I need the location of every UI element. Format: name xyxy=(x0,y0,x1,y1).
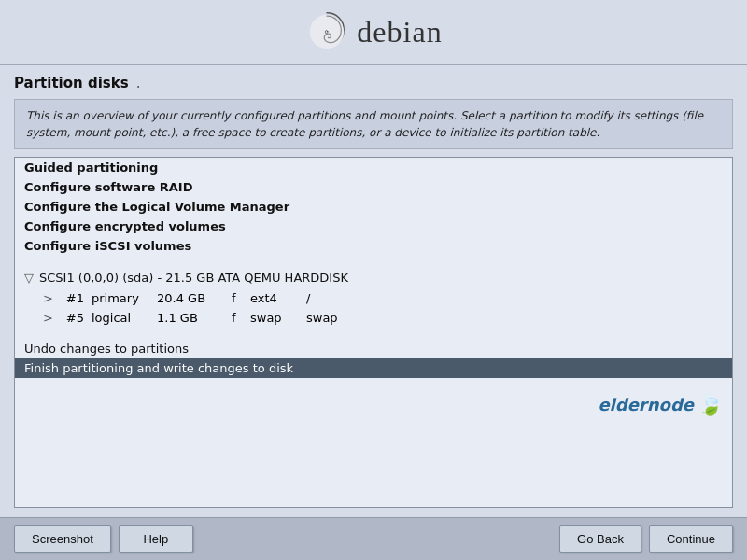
svg-text:⟳: ⟳ xyxy=(325,29,330,35)
help-button[interactable]: Help xyxy=(119,525,193,553)
partition-mount-1: / xyxy=(306,291,362,305)
partition-flag-1: f xyxy=(232,291,250,305)
partition-type-2: logical xyxy=(92,311,157,325)
title-separator: . xyxy=(136,75,141,91)
eldernode-leaf-icon: 🍃 xyxy=(698,393,723,416)
page-title-row: Partition disks . xyxy=(14,75,733,91)
partition-list[interactable]: Guided partitioning Configure software R… xyxy=(14,157,733,508)
list-spacer-2 xyxy=(15,328,732,339)
page-title: Partition disks xyxy=(14,75,129,91)
disk-header[interactable]: ▽ SCSI1 (0,0,0) (sda) - 21.5 GB ATA QEMU… xyxy=(15,267,732,288)
list-item-encrypted[interactable]: Configure encrypted volumes xyxy=(15,217,732,236)
main-content: Partition disks . This is an overview of… xyxy=(0,65,747,517)
footer-left: Screenshot Help xyxy=(14,525,193,553)
partition-arrow-1: > xyxy=(43,291,58,305)
eldernode-text: eldernode xyxy=(598,395,694,414)
partition-row-2[interactable]: > #5 logical 1.1 GB f swap swap xyxy=(15,308,732,328)
partition-fs-2: swap xyxy=(250,311,306,325)
footer: Screenshot Help Go Back Continue xyxy=(0,517,747,560)
disk-expand-icon: ▽ xyxy=(24,271,34,285)
debian-logo: ⟳ debian xyxy=(304,9,442,54)
list-item-guided[interactable]: Guided partitioning xyxy=(15,158,732,177)
eldernode-logo: eldernode 🍃 xyxy=(598,393,723,416)
list-item-undo[interactable]: Undo changes to partitions xyxy=(15,339,732,358)
list-spacer-1 xyxy=(15,256,732,267)
list-item-finish[interactable]: Finish partitioning and write changes to… xyxy=(15,358,732,378)
list-item-iscsi[interactable]: Configure iSCSI volumes xyxy=(15,236,732,256)
description-box: This is an overview of your currently co… xyxy=(14,99,733,149)
partition-num-1: #1 xyxy=(58,291,92,305)
partition-row-1[interactable]: > #1 primary 20.4 GB f ext4 / xyxy=(15,288,732,308)
debian-logo-text: debian xyxy=(357,15,442,49)
go-back-button[interactable]: Go Back xyxy=(559,525,641,553)
partition-size-1: 20.4 GB xyxy=(157,291,232,305)
footer-right: Go Back Continue xyxy=(559,525,733,553)
debian-swirl-icon: ⟳ xyxy=(304,9,349,54)
list-item-raid[interactable]: Configure software RAID xyxy=(15,177,732,197)
eldernode-area: eldernode 🍃 xyxy=(15,389,732,420)
partition-mount-2: swap xyxy=(306,311,362,325)
partition-num-2: #5 xyxy=(58,311,92,325)
description-text: This is an overview of your currently co… xyxy=(26,109,703,139)
list-spacer-3 xyxy=(15,378,732,389)
continue-button[interactable]: Continue xyxy=(649,525,733,553)
disk-label: SCSI1 (0,0,0) (sda) - 21.5 GB ATA QEMU H… xyxy=(39,271,348,285)
header: ⟳ debian xyxy=(0,0,747,65)
partition-arrow-2: > xyxy=(43,311,58,325)
list-item-lvm[interactable]: Configure the Logical Volume Manager xyxy=(15,197,732,217)
partition-size-2: 1.1 GB xyxy=(157,311,232,325)
screenshot-button[interactable]: Screenshot xyxy=(14,525,111,553)
partition-type-1: primary xyxy=(92,291,157,305)
partition-fs-1: ext4 xyxy=(250,291,306,305)
partition-flag-2: f xyxy=(232,311,250,325)
